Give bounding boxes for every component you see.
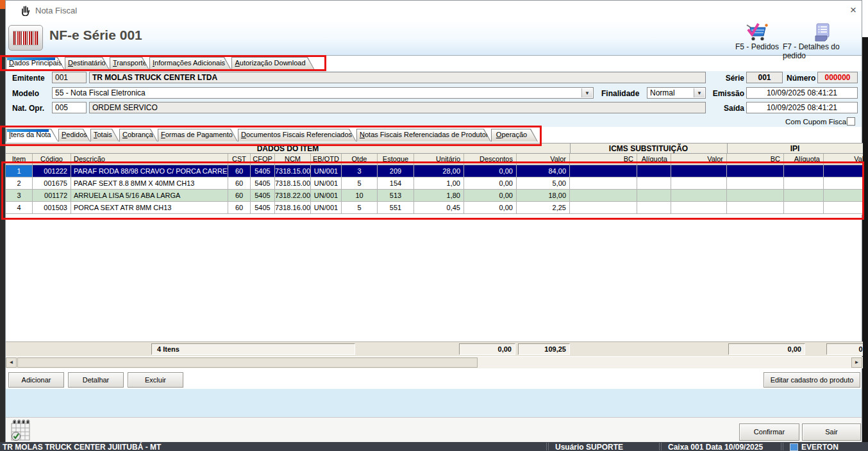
emitente-code-field[interactable]: 001	[52, 72, 87, 83]
grid-cell: PORCA SEXT ATR 8MM CH13	[71, 202, 228, 214]
grid-cell: 60	[228, 190, 251, 202]
col-header[interactable]: Alíquota	[637, 154, 671, 165]
grid-cell	[671, 165, 727, 177]
tab-documentos-fiscais-referenciados[interactable]: Documentos Fiscais Referenciados	[238, 129, 356, 142]
tab-transporte[interactable]: Transporte	[110, 57, 149, 70]
items-count: 4 Itens	[151, 343, 355, 355]
calendar-check-icon[interactable]	[10, 420, 33, 442]
col-header[interactable]: Item	[6, 154, 33, 165]
grid-cell	[784, 177, 824, 190]
grid-cell	[824, 202, 863, 214]
grid-cell: 1,80	[414, 190, 464, 202]
col-header[interactable]: Valor	[517, 154, 570, 165]
tab-itens-da-nota[interactable]: Itens da Nota	[6, 129, 58, 142]
tab-totais[interactable]: Totais	[90, 129, 119, 142]
detalhar-button[interactable]: Detalhar	[68, 372, 124, 388]
main-tabbar: Dados Principais Destinatário Transporte…	[6, 57, 390, 70]
finalidade-select[interactable]: Normal ▼	[647, 87, 706, 99]
col-header[interactable]: NCM	[275, 154, 311, 165]
col-header[interactable]: Código	[33, 154, 71, 165]
tab-destinatario[interactable]: Destinatário	[65, 57, 110, 70]
grid-cell: 60	[228, 177, 251, 190]
col-header[interactable]: CST	[228, 154, 251, 165]
grid-cell	[784, 190, 824, 202]
scroll-left-icon[interactable]: ◄	[6, 357, 17, 368]
chevron-down-icon[interactable]: ▼	[694, 88, 705, 97]
status-company: TR MOLAS TRUCK CENTER JUIITUBÁ - MT	[3, 443, 161, 451]
col-header[interactable]: Valor	[671, 154, 727, 165]
scrollbar-thumb[interactable]	[17, 357, 478, 368]
saida-field[interactable]: 10/09/2025 08:41:21	[746, 102, 858, 113]
total-panel: TOTAL DA NOTA 109,25	[6, 389, 862, 417]
tab-formas-de-pagamento[interactable]: Formas de Pagamento	[158, 129, 238, 142]
modelo-select[interactable]: 55 - Nota Fiscal Eletronica ▼	[52, 87, 594, 99]
group-dados-do-item: DADOS DO ITEM	[6, 144, 570, 153]
sair-button[interactable]: Sair	[802, 423, 861, 441]
modelo-label: Modelo	[12, 89, 39, 98]
col-header[interactable]: BC	[570, 154, 637, 165]
nat-opr-desc-field[interactable]: ORDEM SERVICO	[89, 102, 706, 113]
table-row[interactable]: 3001172ARRUELA LISA 5/16 ABA LARGA605405…	[6, 190, 863, 202]
close-icon[interactable]: ×	[847, 4, 860, 17]
grid-cell	[727, 165, 784, 177]
grid-cell: 0,00	[464, 165, 517, 177]
grid-footer: 4 Itens 0,00 109,25 0,00 0,00	[6, 341, 863, 356]
col-header[interactable]: Alíquota	[784, 154, 824, 165]
grid-cell: 60	[228, 202, 251, 214]
horizontal-scrollbar[interactable]: ◄ ►	[6, 357, 863, 368]
cupom-fiscal-label: Com Cupom Fiscal	[785, 118, 848, 126]
grid-cell: PARAF RODA 88/98 CRAVO C/ PORCA CARRETA	[71, 165, 228, 177]
tab-notas-fiscais-referenciadas[interactable]: Notas Fiscais Referenciadas de Produtor	[356, 129, 491, 142]
grid-cell: UN/001	[311, 177, 342, 190]
cupom-fiscal-checkbox[interactable]	[847, 117, 855, 126]
grid-cell: 3	[342, 165, 378, 177]
col-header[interactable]: Descrição	[71, 154, 228, 165]
adicionar-button[interactable]: Adicionar	[8, 372, 64, 388]
col-header[interactable]: BC	[727, 154, 784, 165]
emitente-name-field[interactable]: TR MOLAS TRUCK CENTER LTDA	[89, 72, 706, 83]
tab-informacoes-adicionais[interactable]: Informações Adicionais	[149, 57, 231, 70]
tab-autorizacao-download[interactable]: Autorização Download	[231, 57, 315, 70]
confirmar-button[interactable]: Confirmar	[739, 423, 799, 441]
table-row[interactable]: 1001222PARAF RODA 88/98 CRAVO C/ PORCA C…	[6, 165, 863, 177]
grid-cell: 3	[6, 190, 33, 202]
grid-cell: 18,00	[517, 190, 570, 202]
grid-cell: 001172	[33, 190, 71, 202]
col-header[interactable]: Valor	[824, 154, 863, 165]
table-row[interactable]: 4001503PORCA SEXT ATR 8MM CH136054057318…	[6, 202, 863, 214]
windows-icon	[790, 443, 798, 451]
title-bar[interactable]: Nota Fiscal ×	[6, 1, 862, 20]
grid-cell: 7318.16.00	[275, 202, 311, 214]
grid-cell	[824, 165, 863, 177]
nat-opr-code-field[interactable]: 005	[52, 102, 87, 113]
col-header[interactable]: CFOP	[251, 154, 275, 165]
tab-pedidos[interactable]: Pedidos	[58, 129, 90, 142]
excluir-button[interactable]: Excluir	[128, 372, 183, 388]
hand-icon	[19, 4, 31, 16]
table-row[interactable]: 2001675PARAF SEXT 8.8 8MM X 40MM CH13605…	[6, 177, 863, 190]
bottom-strip: Confirmar Sair	[6, 417, 862, 443]
f5-pedidos-button[interactable]: F5 - Pedidos	[726, 22, 788, 51]
col-header[interactable]: Unitário	[414, 154, 464, 165]
col-header[interactable]: EB/QTD	[311, 154, 342, 165]
icms-st-total: 0,00	[728, 343, 805, 355]
grid-cell	[784, 202, 824, 214]
emissao-field[interactable]: 10/09/2025 08:41:21	[746, 87, 858, 99]
grid-cell	[727, 177, 784, 190]
col-header[interactable]: Estoque	[378, 154, 414, 165]
scroll-right-icon[interactable]: ►	[851, 357, 862, 368]
tab-operacao[interactable]: Operação	[491, 129, 538, 142]
window-title: Nota Fiscal	[35, 6, 77, 15]
f7-detalhes-button[interactable]: F7 - Detalhes do pedido	[783, 22, 861, 60]
col-header[interactable]: Descontos	[464, 154, 517, 165]
grid-cell: 5405	[251, 202, 275, 214]
chevron-down-icon[interactable]: ▼	[581, 88, 592, 97]
tab-cobranca[interactable]: Cobrança	[119, 129, 158, 142]
grid-cell: UN/001	[311, 202, 342, 214]
editar-cadastro-button[interactable]: Editar cadastro do produto	[764, 372, 860, 388]
grid-cell	[727, 190, 784, 202]
tab-dados-principais[interactable]: Dados Principais	[6, 57, 65, 70]
col-header[interactable]: Qtde	[342, 154, 378, 165]
grid-cell: UN/001	[311, 165, 342, 177]
background-right-strip	[862, 37, 868, 442]
